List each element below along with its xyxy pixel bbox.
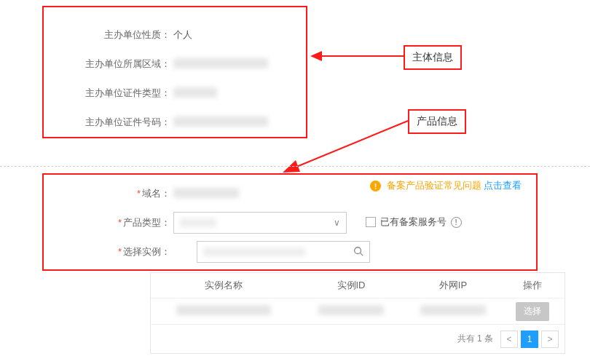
sponsor-region-value: [173, 58, 268, 71]
pager-next[interactable]: >: [541, 331, 559, 348]
svg-line-2: [291, 121, 408, 169]
pager-total: 共有 1 条: [457, 333, 493, 345]
help-orange-text: 备案产品验证常见问题: [387, 180, 481, 191]
help-text: ! 备案产品验证常见问题 点击查看: [370, 179, 522, 192]
select-button[interactable]: 选择: [516, 302, 549, 321]
instance-label: *选择实例：: [44, 245, 173, 258]
td-id: [296, 305, 406, 317]
form-row: 主办单位证件类型：: [44, 79, 306, 108]
domain-label-text: 域名：: [142, 188, 170, 199]
td-op: 选择: [500, 302, 565, 321]
th-op: 操作: [500, 279, 565, 292]
td-ip: [406, 305, 500, 317]
domain-label: *域名：: [44, 187, 173, 200]
table-row: 选择: [151, 298, 565, 324]
domain-value: [173, 188, 239, 200]
td-name: [151, 305, 296, 317]
info-icon: !: [370, 181, 381, 191]
form-row: 主办单位证件号码：: [44, 108, 306, 137]
sponsor-nature-label: 主办单位性质：: [44, 28, 173, 41]
th-id: 实例ID: [296, 279, 406, 292]
table-header-row: 实例名称 实例ID 外网IP 操作: [151, 273, 565, 298]
sponsor-nature-value: 个人: [173, 28, 192, 41]
instance-search-input[interactable]: [197, 241, 370, 263]
pager-page-1[interactable]: 1: [521, 331, 538, 348]
help-link[interactable]: 点击查看: [484, 180, 522, 191]
arrow-product: [270, 116, 415, 182]
chevron-down-icon: ∨: [334, 218, 340, 228]
pagination: 共有 1 条 < 1 >: [151, 324, 565, 353]
instance-field: [173, 241, 370, 263]
product-type-field: ∨ 已有备案服务号 !: [173, 212, 462, 234]
instance-search-value: [203, 248, 305, 256]
svg-line-5: [361, 253, 363, 256]
form-row: 主办单位所属区域：: [44, 50, 306, 79]
sponsor-doctype-label: 主办单位证件类型：: [44, 87, 173, 100]
product-type-label-text: 产品类型：: [123, 217, 170, 228]
product-type-label: *产品类型：: [44, 216, 173, 229]
section-divider: [0, 166, 590, 167]
search-icon: [353, 246, 363, 258]
sponsor-docnum-label: 主办单位证件号码：: [44, 116, 173, 129]
instance-table: 实例名称 实例ID 外网IP 操作 选择 共有 1 条 < 1 >: [150, 272, 565, 354]
arrow-subject: [306, 44, 408, 66]
help-icon[interactable]: !: [451, 217, 462, 228]
product-type-selected: [180, 218, 216, 227]
svg-marker-1: [310, 51, 322, 61]
svg-point-4: [355, 247, 361, 253]
product-type-select[interactable]: ∨: [173, 212, 347, 234]
form-row: 主办单位性质： 个人: [44, 20, 306, 50]
th-ip: 外网IP: [406, 279, 500, 292]
sponsor-region-label: 主办单位所属区域：: [44, 58, 173, 71]
checkbox-icon: [366, 217, 376, 227]
checkbox-label: 已有备案服务号: [380, 215, 447, 229]
has-service-number-checkbox[interactable]: 已有备案服务号 !: [366, 215, 462, 229]
subject-tag: 主体信息: [404, 45, 462, 70]
th-name: 实例名称: [151, 279, 296, 292]
pager-prev[interactable]: <: [500, 331, 518, 348]
form-row: *产品类型： ∨ 已有备案服务号 !: [44, 208, 536, 237]
sponsor-doctype-value: [173, 87, 217, 100]
form-row: *选择实例：: [44, 237, 536, 266]
instance-label-text: 选择实例：: [123, 246, 170, 257]
product-tag: 产品信息: [408, 109, 466, 134]
subject-info-box: 主办单位性质： 个人 主办单位所属区域： 主办单位证件类型： 主办单位证件号码：: [42, 6, 307, 138]
sponsor-docnum-value: [173, 116, 268, 129]
